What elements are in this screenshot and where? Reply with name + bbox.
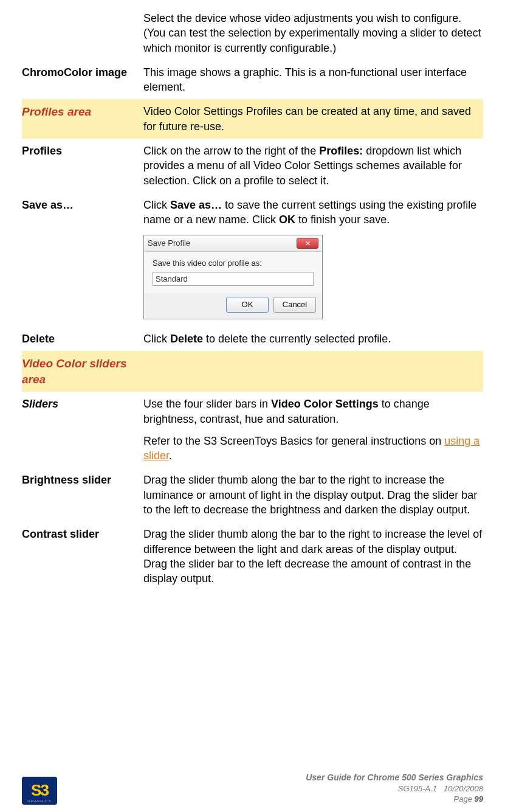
row-profiles: Profiles Click on the arrow to the right…: [22, 139, 483, 193]
profiles-desc: Click on the arrow to the right of the P…: [143, 144, 483, 188]
delete-label: Delete: [22, 331, 143, 346]
row-sliders-area: Video Color sliders area: [22, 351, 483, 392]
brightness-desc: Drag the slider thumb along the bar to t…: [143, 473, 483, 517]
profiles-area-desc: Video Color Settings Profiles can be cre…: [143, 104, 483, 134]
text: Click: [143, 333, 170, 345]
row-brightness: Brightness slider Drag the slider thumb …: [22, 468, 483, 522]
sliders-label: Sliders: [22, 397, 143, 463]
profile-name-input[interactable]: [153, 272, 314, 286]
profiles-label: Profiles: [22, 144, 143, 188]
saveas-desc: Click Save as… to save the current setti…: [143, 198, 483, 322]
contrast-label: Contrast slider: [22, 527, 143, 586]
contrast-desc: Drag the slider thumb along the bar to t…: [143, 527, 483, 586]
footer-docinfo: SG195-A.1 10/20/2008: [306, 783, 483, 794]
page-label: Page: [454, 794, 475, 803]
page-footer: S3 GRAPHICS User Guide for Chrome 500 Se…: [22, 772, 483, 805]
page-number: 99: [475, 794, 483, 803]
dialog-body: Save this video color profile as:: [144, 252, 322, 294]
footer-page: Page 99: [306, 794, 483, 805]
s3-logo: S3 GRAPHICS: [22, 777, 57, 805]
ok-button[interactable]: OK: [226, 297, 269, 313]
text: to finish your save.: [295, 213, 390, 226]
footer-title: User Guide for Chrome 500 Series Graphic…: [306, 772, 483, 783]
row-delete: Delete Click Delete to delete the curren…: [22, 327, 483, 351]
save-profile-dialog: Save Profile ✕ Save this video color pro…: [143, 235, 323, 319]
row-saveas: Save as… Click Save as… to save the curr…: [22, 193, 483, 327]
close-icon[interactable]: ✕: [297, 238, 318, 249]
profiles-area-label: Profiles area: [22, 104, 143, 134]
row-contrast: Contrast slider Drag the slider thumb al…: [22, 522, 483, 591]
brightness-label: Brightness slider: [22, 473, 143, 517]
text: Click: [143, 199, 170, 211]
saveas-label: Save as…: [22, 198, 143, 322]
cancel-button[interactable]: Cancel: [273, 297, 316, 313]
text: Click on the arrow to the right of the: [143, 145, 319, 157]
bold-profiles: Profiles:: [319, 145, 363, 157]
bold-saveas: Save as…: [170, 199, 222, 211]
footer-date: 10/20/2008: [444, 784, 483, 793]
row-intro: Select the device whose video adjustment…: [22, 6, 483, 60]
logo-subtext: GRAPHICS: [27, 799, 51, 803]
dialog-titlebar: Save Profile ✕: [144, 235, 322, 252]
intro-label: [22, 11, 143, 55]
bold-vcs: Video Color Settings: [271, 398, 379, 410]
bold-ok: OK: [279, 213, 295, 226]
intro-desc: Select the device whose video adjustment…: [143, 11, 483, 55]
dialog-title: Save Profile: [148, 238, 190, 249]
sliders-desc: Use the four slider bars in Video Color …: [143, 397, 483, 463]
footer-meta: User Guide for Chrome 500 Series Graphic…: [306, 772, 483, 805]
footer-docid: SG195-A.1: [398, 784, 437, 793]
chromo-desc: This image shows a graphic. This is a no…: [143, 65, 483, 95]
sliders-area-label: Video Color sliders area: [22, 356, 143, 387]
text: to delete the currently selected profile…: [203, 333, 391, 345]
row-chromo: ChromoColor image This image shows a gra…: [22, 60, 483, 100]
chromo-label: ChromoColor image: [22, 65, 143, 95]
text: Use the four slider bars in: [143, 398, 271, 410]
row-sliders: Sliders Use the four slider bars in Vide…: [22, 392, 483, 468]
text: Refer to the S3 ScreenToys Basics for ge…: [143, 435, 444, 447]
sliders-area-desc: [143, 356, 483, 387]
dialog-prompt: Save this video color profile as:: [153, 258, 314, 269]
row-profiles-area: Profiles area Video Color Settings Profi…: [22, 99, 483, 139]
text: .: [169, 449, 172, 462]
delete-desc: Click Delete to delete the currently sel…: [143, 331, 483, 346]
bold-delete: Delete: [170, 333, 203, 345]
dialog-buttons: OK Cancel: [144, 293, 322, 319]
